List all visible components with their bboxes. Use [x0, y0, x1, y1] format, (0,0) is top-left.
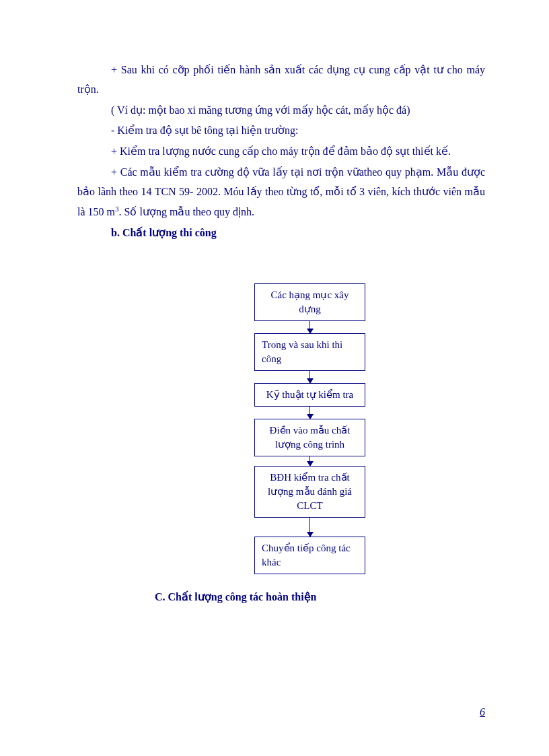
- paragraph-5-post: . Số lượng mẫu theo quy định.: [119, 206, 254, 217]
- flowchart: Các hạng mục xây dựng Trong và sau khi t…: [135, 283, 485, 574]
- paragraph-1: + Sau khi có cỡp phối tiến hành sản xuất…: [77, 61, 485, 100]
- paragraph-3: - Kiểm tra độ sụt bê tông tại hiện trườn…: [77, 121, 485, 141]
- flow-arrow-4: [309, 456, 311, 466]
- heading-c: C. Chất lượng công tác hoàn thiện: [77, 588, 485, 607]
- flow-box-3: Kỹ thuật tự kiểm tra: [254, 383, 365, 407]
- flow-arrow-2: [309, 371, 311, 383]
- paragraph-2: ( Ví dụ: một bao xi măng tương ứng với m…: [77, 101, 485, 121]
- paragraph-4: + Kiểm tra lượng nước cung cấp cho máy t…: [77, 142, 485, 162]
- heading-b: b. Chất lượng thi công: [77, 224, 485, 243]
- flow-box-2: Trong và sau khi thi công: [254, 333, 365, 371]
- flow-box-1: Các hạng mục xây dựng: [254, 283, 365, 321]
- page-number: 6: [480, 703, 485, 722]
- flow-arrow-1: [309, 321, 311, 333]
- flow-arrow-3: [309, 407, 311, 419]
- page-content: + Sau khi có cỡp phối tiến hành sản xuất…: [0, 0, 549, 647]
- flow-arrow-5: [309, 518, 311, 537]
- flow-box-5: BĐH kiểm tra chất lượng mẫu đánh giá CLC…: [254, 466, 365, 518]
- flow-box-6: Chuyển tiếp công tác khác: [254, 537, 365, 574]
- flow-box-4: Điền vào mẫu chất lượng công trình: [254, 419, 365, 456]
- paragraph-5: + Các mẫu kiểm tra cường độ vữa lấy tại …: [77, 163, 485, 222]
